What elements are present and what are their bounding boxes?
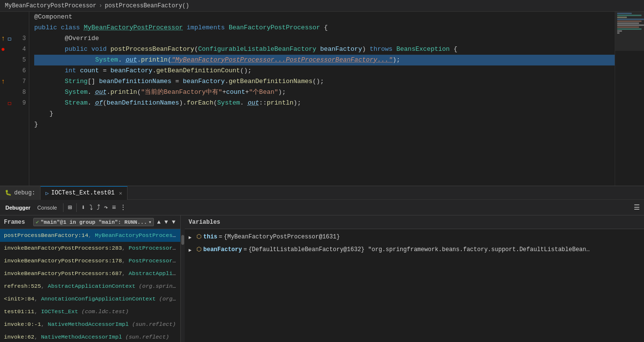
tab-debug-label: debug: — [14, 190, 35, 196]
gutter-line-6: 6 — [0, 65, 29, 76]
tab-ioctest-label: IOCTest_Ext.test01 — [51, 190, 115, 196]
frame-item-6[interactable]: test01:11, IOCTest_Ext (com.ldc.test) — [0, 305, 180, 318]
minimap — [615, 12, 644, 186]
variables-list[interactable]: ▶ ⬡ this = {MyBeanFactoryPostProcessor@1… — [185, 229, 644, 342]
gutter-line-5: 5 — [0, 55, 29, 65]
thread-dropdown-icon: ▾ — [149, 219, 152, 225]
debug-icon: 🐛 — [5, 190, 12, 196]
gutter-breakpoint-icon[interactable]: ● — [1, 45, 5, 53]
breadcrumb-class[interactable]: MyBeanFactoryPostProcessor — [5, 2, 96, 9]
var-icon-beanfactory: ⬡ — [196, 245, 201, 255]
breadcrumb: MyBeanFactoryPostProcessor › postProcess… — [0, 0, 644, 12]
frames-up-icon[interactable]: ▲ — [156, 218, 161, 227]
code-lines: @Component public class MyBeanFactoryPos… — [29, 12, 615, 186]
code-line-9: Stream . of ( beanDefinitionNames ). for… — [34, 98, 615, 108]
code-line-8: System . out . println ( "当前的BeanFactory… — [34, 87, 615, 98]
var-value-this: {MyBeanFactoryPostProcessor@1631} — [224, 232, 340, 242]
code-line-6: int count = beanFactory . getBeanDefinit… — [34, 65, 615, 76]
debug-content: Frames ✔ "main"@1 in group "main": RUNN.… — [0, 215, 644, 342]
tab-close-button[interactable]: ✕ — [119, 190, 122, 196]
test-icon: ▷ — [45, 190, 49, 196]
gutter: 3 ↑ ◻ 4 ● 5 6 7 ↑ 8 — [0, 12, 29, 186]
code-line-10: } — [34, 108, 615, 119]
var-name-beanfactory: beanFactory — [203, 245, 242, 255]
step-over-icon[interactable]: ⬇ — [80, 202, 86, 213]
frame-item-4[interactable]: refresh:525, AbstractApplicationContext … — [0, 280, 180, 293]
gutter-line-4: 4 ● — [0, 44, 29, 55]
toolbar-separator2 — [76, 203, 77, 212]
code-line-4: public void postProcessBeanFactory ( Con… — [34, 44, 615, 55]
gutter-arrow-icon: ↑ — [1, 35, 5, 43]
debug-panel: Debugger Console ⊞ ⬇ ⤵ ⤴ ↷ ≡ ⋮ ☰ Frames … — [0, 200, 644, 342]
gutter-line-9: 9 ◻ — [0, 98, 29, 108]
frame-item-7[interactable]: invoke:0:-1, NativeMethodAccessorImpl (s… — [0, 318, 180, 331]
gutter-line-2 — [0, 22, 29, 33]
gutter-line-8: 8 — [0, 87, 29, 98]
gutter-line-1 — [0, 12, 29, 22]
editor-area: MyBeanFactoryPostProcessor › postProcess… — [0, 0, 644, 186]
gutter-warning-icon[interactable]: ↑ — [1, 78, 5, 86]
code-container: 3 ↑ ◻ 4 ● 5 6 7 ↑ 8 — [0, 12, 644, 186]
run-to-cursor-icon[interactable]: ↷ — [103, 202, 109, 213]
frames-scrollbar[interactable] — [181, 215, 185, 342]
frames-filter-icon[interactable]: ▼ — [171, 218, 176, 227]
toolbar-separator — [63, 203, 64, 212]
breadcrumb-sep: › — [99, 2, 102, 9]
var-item-this[interactable]: ▶ ⬡ this = {MyBeanFactoryPostProcessor@1… — [185, 231, 644, 244]
variables-panel-header: Variables — [185, 215, 644, 229]
console-button[interactable]: Console — [35, 204, 59, 212]
code-line-2: public class MyBeanFactoryPostProcessor … — [34, 22, 615, 33]
frames-list[interactable]: postProcessBeanFactory:14, MyBeanFactory… — [0, 229, 180, 342]
frames-panel-header: Frames ✔ "main"@1 in group "main": RUNN.… — [0, 215, 180, 229]
variables-title: Variables — [189, 219, 220, 226]
evaluate-icon[interactable]: ≡ — [111, 203, 117, 213]
frame-item-8[interactable]: invoke:62, NativeMethodAccessorImpl (sun… — [0, 331, 180, 342]
frames-panel: Frames ✔ "main"@1 in group "main": RUNN.… — [0, 215, 181, 342]
frame-item-2[interactable]: invokeBeanFactoryPostProcessors:178, Pos… — [0, 255, 180, 267]
gutter-arrow2-icon: ◻ — [8, 100, 11, 107]
frame-item-0[interactable]: postProcessBeanFactory:14, MyBeanFactory… — [0, 229, 180, 242]
var-expand-arrow-beanfactory[interactable]: ▶ — [189, 246, 194, 256]
step-into-icon[interactable]: ⤵ — [88, 203, 94, 213]
thread-selector[interactable]: ✔ "main"@1 in group "main": RUNN... ▾ — [33, 218, 154, 226]
code-line-7: String [] beanDefinitionNames = beanFact… — [34, 76, 615, 87]
step-out-icon[interactable]: ⤴ — [96, 203, 101, 213]
more-options-icon[interactable]: ☰ — [633, 202, 641, 213]
frame-item-3[interactable]: invokeBeanFactoryPostProcessors:687, Abs… — [0, 267, 180, 280]
code-line-3: @Override — [34, 33, 615, 44]
var-expand-arrow-this[interactable]: ▶ — [189, 233, 194, 243]
debugger-button[interactable]: Debugger — [3, 204, 33, 212]
settings-icon[interactable]: ⋮ — [119, 202, 128, 213]
var-item-beanfactory[interactable]: ▶ ⬡ beanFactory = {DefaultListableBeanFa… — [185, 244, 644, 256]
restore-layout-icon[interactable]: ⊞ — [67, 202, 73, 213]
gutter-line-3: 3 ↑ ◻ — [0, 33, 29, 44]
var-name-this: this — [203, 232, 217, 242]
code-line-11: } — [34, 119, 615, 130]
frame-item-1[interactable]: invokeBeanFactoryPostProcessors:283, Pos… — [0, 242, 180, 255]
breadcrumb-method[interactable]: postProcessBeanFactory() — [105, 2, 189, 9]
frame-item-5[interactable]: <init>:84, AnnotationConfigApplicationCo… — [0, 293, 180, 305]
var-icon-this: ⬡ — [196, 232, 201, 242]
variables-panel: Variables ▶ ⬡ this = {MyBeanFactoryPostP… — [185, 215, 644, 342]
frames-title: Frames — [4, 219, 25, 226]
frames-down-icon[interactable]: ▼ — [164, 218, 169, 227]
tab-ioctest[interactable]: ▷ IOCTest_Ext.test01 ✕ — [41, 186, 128, 200]
debug-toolbar: Debugger Console ⊞ ⬇ ⤵ ⤴ ↷ ≡ ⋮ ☰ — [0, 200, 644, 215]
code-line-1: @Component — [34, 12, 615, 22]
gutter-line-11 — [0, 119, 29, 130]
tab-debug[interactable]: 🐛 debug: — [0, 186, 41, 200]
var-value-beanfactory: {DefaultListableBeanFactory@1632} "org.s… — [248, 245, 590, 255]
gutter-line-7: 7 ↑ — [0, 76, 29, 87]
gutter-line-10 — [0, 108, 29, 119]
code-line-5: System . out . println ( "MyBeanFactoryP… — [34, 55, 615, 65]
thread-status-icon: ✔ — [36, 219, 39, 225]
thread-name: "main"@1 in group "main": RUNN... — [41, 219, 147, 225]
debug-tab-bar: 🐛 debug: ▷ IOCTest_Ext.test01 ✕ — [0, 186, 644, 200]
gutter-bookmark-icon[interactable]: ◻ — [8, 35, 11, 43]
frames-scroll-thumb[interactable] — [181, 235, 184, 245]
